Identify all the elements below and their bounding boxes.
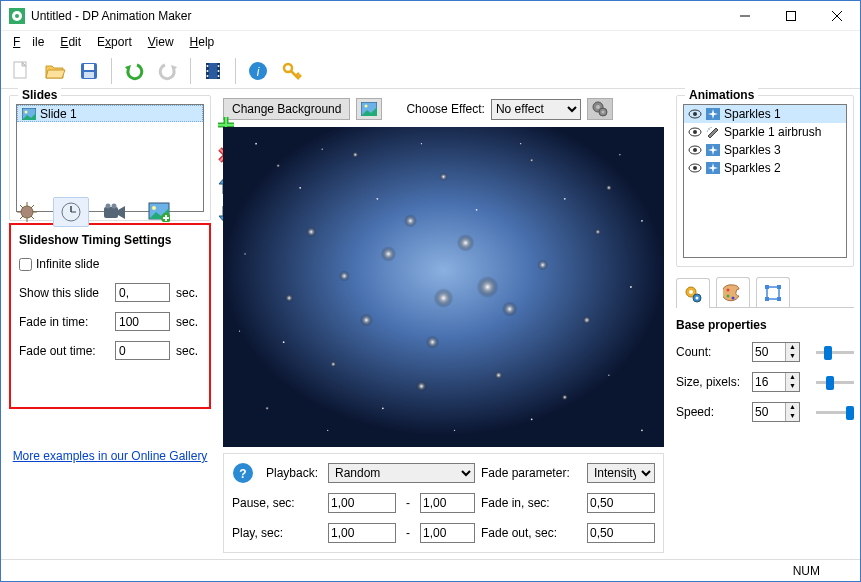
svg-point-17	[218, 65, 220, 67]
count-slider[interactable]	[816, 351, 854, 354]
menu-file[interactable]: File	[7, 33, 50, 51]
svg-point-78	[421, 143, 422, 144]
key-button[interactable]	[278, 57, 306, 85]
base-properties-header: Base properties	[676, 318, 854, 332]
animation-item[interactable]: Sparkle 1 airbrush	[684, 123, 846, 141]
fadeout-input[interactable]	[115, 341, 170, 360]
fadein-input[interactable]	[115, 312, 170, 331]
count-spinner[interactable]: ▲▼	[752, 342, 800, 362]
play-min-input[interactable]	[328, 523, 396, 543]
tab-gears[interactable]	[676, 278, 710, 308]
play-max-input[interactable]	[420, 523, 475, 543]
info-button[interactable]: i	[244, 57, 272, 85]
effect-select[interactable]: No effect	[491, 99, 581, 120]
menu-view[interactable]: View	[142, 33, 180, 51]
change-background-button[interactable]: Change Background	[223, 98, 350, 120]
menu-help[interactable]: Help	[184, 33, 221, 51]
svg-point-90	[608, 375, 609, 376]
animation-item[interactable]: Sparkles 2	[684, 159, 846, 177]
svg-point-15	[207, 70, 209, 72]
size-spinner[interactable]: ▲▼	[752, 372, 800, 392]
background-picker-button[interactable]	[356, 98, 382, 120]
eye-icon[interactable]	[688, 107, 702, 121]
svg-point-97	[693, 112, 697, 116]
gallery-link[interactable]: More examples in our Online Gallery	[9, 449, 211, 463]
play-label: Play, sec:	[232, 526, 322, 540]
size-label: Size, pixels:	[676, 375, 746, 389]
svg-point-41	[152, 206, 156, 210]
tab-bounds[interactable]	[756, 277, 790, 307]
svg-point-75	[299, 187, 301, 189]
timing-header: Slideshow Timing Settings	[19, 233, 201, 247]
speed-slider[interactable]	[816, 411, 854, 414]
slides-list[interactable]: Slide 1	[16, 104, 204, 212]
eye-icon[interactable]	[688, 161, 702, 175]
svg-point-114	[727, 288, 730, 291]
svg-point-93	[630, 286, 632, 288]
show-slide-input[interactable]	[115, 283, 170, 302]
help-icon[interactable]: ?	[232, 462, 260, 484]
fadeout-label: Fade out time:	[19, 344, 109, 358]
playback-label: Playback:	[266, 466, 322, 480]
tab-picture[interactable]	[141, 197, 177, 227]
show-slide-label: Show this slide	[19, 286, 109, 300]
svg-point-48	[601, 111, 604, 114]
dash: -	[402, 526, 414, 540]
save-button[interactable]	[75, 57, 103, 85]
infinite-slide-checkbox[interactable]	[19, 258, 32, 271]
tab-palette[interactable]	[716, 277, 750, 307]
preview-canvas[interactable]	[223, 127, 664, 447]
svg-point-16	[207, 75, 209, 77]
svg-point-108	[693, 166, 697, 170]
animation-label: Sparkles 2	[724, 161, 781, 175]
eye-icon[interactable]	[688, 125, 702, 139]
size-slider[interactable]	[816, 381, 854, 384]
svg-point-53	[529, 158, 533, 162]
film-button[interactable]	[199, 57, 227, 85]
svg-point-115	[727, 294, 730, 297]
svg-point-39	[112, 204, 117, 209]
fadein-label: Fade in time:	[19, 315, 109, 329]
pause-min-input[interactable]	[328, 493, 396, 513]
choose-effect-label: Choose Effect:	[406, 102, 485, 116]
playback-mode-select[interactable]: Random	[328, 463, 475, 483]
svg-point-44	[365, 105, 368, 108]
svg-point-89	[531, 418, 533, 420]
speed-spinner[interactable]: ▲▼	[752, 402, 800, 422]
sparkle-icon	[706, 144, 720, 156]
pause-max-input[interactable]	[420, 493, 475, 513]
animation-item[interactable]: Sparkles 1	[684, 105, 846, 123]
tab-camera[interactable]	[97, 197, 133, 227]
fadeout-sec-input[interactable]	[587, 523, 655, 543]
svg-point-51	[352, 151, 359, 158]
svg-point-82	[619, 154, 620, 155]
svg-point-79	[476, 209, 478, 211]
menu-export[interactable]: Export	[91, 33, 138, 51]
svg-point-102	[710, 127, 711, 128]
minimize-button[interactable]	[722, 1, 768, 31]
svg-point-52	[439, 172, 448, 181]
num-lock-indicator: NUM	[793, 564, 820, 578]
svg-point-101	[708, 128, 710, 130]
tab-timing[interactable]	[53, 197, 89, 227]
slides-panel-label: Slides	[18, 88, 61, 102]
redo-button[interactable]	[154, 57, 182, 85]
playback-panel: ? Playback: Random Fade parameter: Inten…	[223, 453, 664, 553]
new-button[interactable]	[7, 57, 35, 85]
maximize-button[interactable]	[768, 1, 814, 31]
animation-item[interactable]: Sparkles 3	[684, 141, 846, 159]
tab-wheel[interactable]	[9, 197, 45, 227]
animations-panel-label: Animations	[685, 88, 758, 102]
fadein-sec-input[interactable]	[587, 493, 655, 513]
svg-point-50	[276, 164, 280, 168]
animations-list[interactable]: Sparkles 1 Sparkle 1 airbrush Sparkles 3…	[683, 104, 847, 258]
open-button[interactable]	[41, 57, 69, 85]
sec-label: sec.	[176, 344, 198, 358]
fade-param-select[interactable]: Intensity	[587, 463, 655, 483]
eye-icon[interactable]	[688, 143, 702, 157]
menu-edit[interactable]: Edit	[54, 33, 87, 51]
undo-button[interactable]	[120, 57, 148, 85]
slide-item[interactable]: Slide 1	[17, 105, 203, 122]
close-button[interactable]	[814, 1, 860, 31]
effect-settings-button[interactable]	[587, 98, 613, 120]
